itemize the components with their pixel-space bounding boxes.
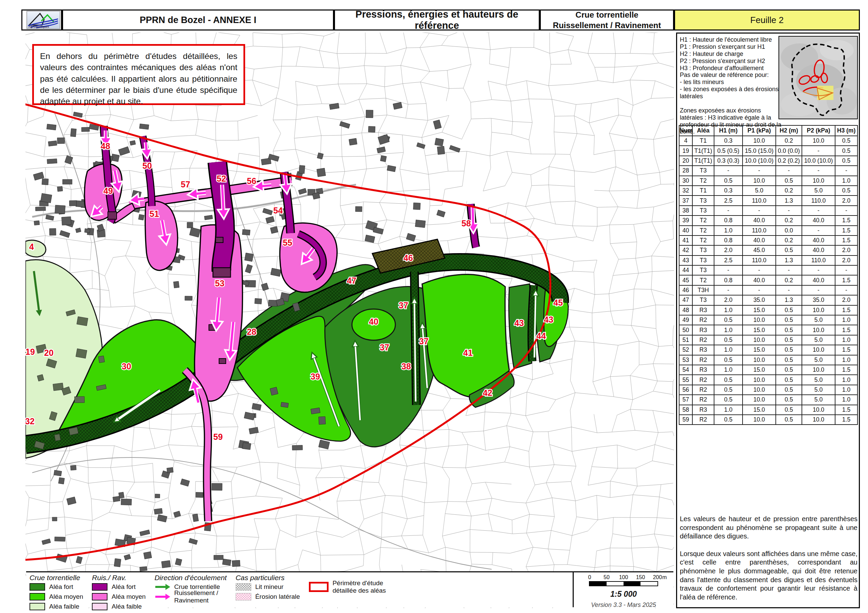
zone-label-59[interactable]: 59 <box>213 432 223 441</box>
zone-label-28[interactable]: 28 <box>247 327 256 336</box>
table-cell: 10.0 (10.0) <box>802 156 835 166</box>
table-row[interactable]: 32T10.35.00.25.00.5 <box>679 186 857 195</box>
table-cell: 1.0 <box>835 315 857 325</box>
table-row[interactable]: 20T1(T1)0.3 (0.3)10.0 (10.0)0.2 (0.2)10.… <box>679 156 857 166</box>
table-row[interactable]: 52R31.015.00.510.01.5 <box>679 345 857 355</box>
zone-label-41[interactable]: 41 <box>463 348 473 358</box>
zone-label-48[interactable]: 48 <box>101 141 110 151</box>
table-row[interactable]: 30T20.510.00.510.01.0 <box>679 176 857 186</box>
zone-label-4[interactable]: 4 <box>29 242 34 251</box>
zone-label-40[interactable]: 40 <box>369 317 378 326</box>
zone-label-43[interactable]: 43 <box>515 318 524 328</box>
table-cell: 15.0 <box>742 405 776 415</box>
warning-text: En dehors du périmètre d'études détaillé… <box>40 51 237 106</box>
table-row[interactable]: 44T3----- <box>679 265 857 275</box>
table-row[interactable]: 39T20.840.00.240.01.5 <box>679 215 857 225</box>
table-row[interactable]: 59R20.510.00.510.01.5 <box>679 415 857 424</box>
zone-label-55[interactable]: 55 <box>283 238 292 248</box>
legend-item[interactable]: Périmètre d'étude détaillée des aléas <box>309 582 386 591</box>
table-cell: T2 <box>692 275 714 285</box>
table-row[interactable]: 46T3H----- <box>679 285 857 295</box>
table-cell: 46 <box>679 285 692 295</box>
zone-label-44[interactable]: 44 <box>536 331 546 341</box>
inset-map[interactable] <box>778 36 858 119</box>
table-cell: - <box>776 285 802 295</box>
table-cell: 110.0 <box>802 255 835 265</box>
table-row[interactable]: 40T21.0110.00.0-1.5 <box>679 226 857 235</box>
legend-item[interactable]: Aléa fort <box>92 582 146 591</box>
table-cell: 0.2 <box>776 275 802 285</box>
zone-label-57[interactable]: 57 <box>181 180 190 189</box>
table-row[interactable]: 54R31.015.00.510.01.5 <box>679 365 857 375</box>
zone-label-56[interactable]: 56 <box>247 176 256 186</box>
table-row[interactable]: 47T32.035.01.335.02.0 <box>679 295 857 305</box>
table-cell: 10.0 <box>742 315 776 325</box>
map-canvas[interactable]: 4192028303237373738394041424343444546474… <box>25 33 674 608</box>
zone-label-46[interactable]: 46 <box>403 253 413 263</box>
table-row[interactable]: 50R31.015.00.510.01.5 <box>679 325 857 335</box>
legend-item[interactable]: Aléa fort <box>29 582 83 591</box>
table-row[interactable]: 53R20.510.00.55.01.0 <box>679 355 857 365</box>
table-cell: 10.0 <box>742 176 776 186</box>
table-row[interactable]: 58R31.015.00.510.01.5 <box>679 405 857 415</box>
hazard-values-table[interactable]: Num.AléaH1 (m)P1 (kPa)H2 (m)P2 (kPa)H3 (… <box>679 125 858 425</box>
legend-item[interactable]: Aléa moyen <box>92 592 146 601</box>
zone-label-39[interactable]: 39 <box>311 372 320 381</box>
table-cell: 0.5 (0.5) <box>714 146 742 156</box>
table-row[interactable]: 19T1(T1)0.5 (0.5)15.0 (15.0)0.0 (0.0)-0.… <box>679 146 857 156</box>
table-cell: 1.5 <box>835 325 857 335</box>
zone-label-53[interactable]: 53 <box>215 279 225 288</box>
table-row[interactable]: 4T10.310.00.210.00.5 <box>679 136 857 146</box>
zone-label-32[interactable]: 32 <box>25 416 34 426</box>
legend-group-title: Cas particuliers <box>236 574 300 582</box>
table-row[interactable]: 55R20.510.00.55.01.0 <box>679 375 857 385</box>
table-cell: R2 <box>692 385 714 395</box>
table-cell: 40 <box>679 226 692 235</box>
zone-label-58[interactable]: 58 <box>462 218 471 228</box>
zone-label-30[interactable]: 30 <box>122 362 131 371</box>
legend-item[interactable]: Érosion latérale <box>236 592 300 601</box>
table-row[interactable]: 56R20.510.00.55.01.0 <box>679 385 857 395</box>
table-row[interactable]: 49R20.510.00.55.01.0 <box>679 315 857 325</box>
table-cell: 54 <box>679 365 692 375</box>
table-row[interactable]: 37T32.5110.01.3110.02.0 <box>679 195 857 205</box>
legend-item[interactable]: Aléa faible <box>92 602 146 611</box>
table-row[interactable]: 28T3----- <box>679 166 857 175</box>
zone-label-51[interactable]: 51 <box>150 209 159 218</box>
table-cell: - <box>714 265 742 275</box>
legend-item[interactable]: Lit mineur <box>236 582 300 591</box>
table-row[interactable]: 48R31.015.00.510.01.5 <box>679 305 857 315</box>
zone-label-37[interactable]: 37 <box>399 300 408 310</box>
table-cell: 40.0 <box>742 275 776 285</box>
table-row[interactable]: 51R20.510.00.55.01.0 <box>679 335 857 345</box>
zone-label-20[interactable]: 20 <box>44 348 54 358</box>
zone-label-37[interactable]: 37 <box>380 342 389 352</box>
table-cell: - <box>776 265 802 275</box>
table-row[interactable]: 57R20.510.00.55.01.0 <box>679 395 857 405</box>
table-cell: 0.5 <box>776 395 802 405</box>
zone-label-37[interactable]: 37 <box>419 336 429 346</box>
table-row[interactable]: 38T3----- <box>679 206 857 215</box>
table-row[interactable]: 41T20.840.00.240.01.5 <box>679 235 857 245</box>
table-row[interactable]: 45T20.840.00.240.01.5 <box>679 275 857 285</box>
table-row[interactable]: 43T32.5110.01.3110.02.0 <box>679 255 857 265</box>
table-cell: - <box>802 166 835 175</box>
zone-label-45[interactable]: 45 <box>553 298 563 307</box>
table-row[interactable]: 42T32.045.00.540.02.0 <box>679 245 857 255</box>
zone-label-54[interactable]: 54 <box>273 206 283 215</box>
table-cell: 10.0 <box>802 415 835 424</box>
zone-label-49[interactable]: 49 <box>104 186 113 195</box>
table-cell: 59 <box>679 415 692 424</box>
legend-item[interactable]: Aléa faible <box>29 602 83 611</box>
table-cell: T1(T1) <box>692 156 714 166</box>
zone-label-43[interactable]: 43 <box>544 315 553 324</box>
table-header: Aléa <box>692 125 714 136</box>
legend-item[interactable]: Ruissellement / Ravinement <box>155 592 227 601</box>
zone-label-42[interactable]: 42 <box>483 388 492 398</box>
zone-label-52[interactable]: 52 <box>217 174 226 183</box>
zone-label-50[interactable]: 50 <box>143 161 152 170</box>
zone-label-38[interactable]: 38 <box>401 362 411 371</box>
legend-item[interactable]: Aléa moyen <box>29 592 83 601</box>
zone-label-19[interactable]: 19 <box>25 347 35 356</box>
zone-label-47[interactable]: 47 <box>347 276 356 285</box>
